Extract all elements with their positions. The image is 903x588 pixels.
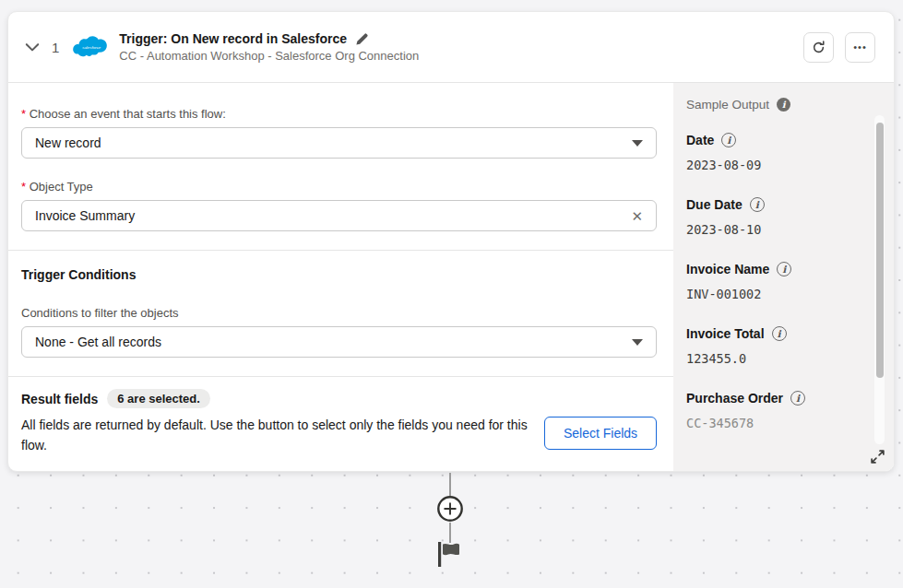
- sample-output-panel: Sample Output i Date i 2023-08-09: [673, 83, 894, 471]
- scrollbar-thumb[interactable]: [876, 123, 884, 378]
- field-label: Purchase Order: [686, 391, 783, 406]
- field-value: 2023-08-09: [686, 158, 881, 172]
- salesforce-logo: salesforce: [72, 34, 109, 60]
- ellipsis-icon: •••: [853, 42, 867, 53]
- result-fields-label: Result fields: [21, 392, 98, 406]
- sample-output-field: Purchase Order i CC-345678: [686, 391, 881, 430]
- chevron-down-icon[interactable]: [24, 39, 41, 55]
- info-icon[interactable]: i: [777, 98, 790, 112]
- refresh-button[interactable]: [803, 32, 834, 63]
- step-number: 1: [52, 40, 59, 55]
- field-label: Due Date: [686, 197, 743, 212]
- sample-output-field: Date i 2023-08-09: [686, 133, 881, 172]
- event-label: Choose an event that starts this flow:: [21, 107, 657, 121]
- event-select[interactable]: New record: [21, 127, 657, 159]
- trigger-form: Choose an event that starts this flow: N…: [8, 83, 673, 471]
- end-of-flow-marker: [438, 542, 462, 568]
- scrollbar-track[interactable]: [874, 115, 885, 444]
- conditions-select[interactable]: None - Get all records: [21, 326, 657, 358]
- selected-count-badge: 6 are selected.: [107, 389, 210, 408]
- result-fields-row: Result fields 6 are selected.: [21, 389, 657, 408]
- connector-line: [449, 473, 451, 496]
- chevron-down-icon: [632, 140, 643, 147]
- step-header: 1 salesforce Trigger: On New record in S…: [8, 12, 894, 83]
- event-select-value: New record: [35, 135, 101, 150]
- step-body: Choose an event that starts this flow: N…: [8, 83, 894, 471]
- chevron-down-icon: [632, 339, 643, 346]
- pencil-icon[interactable]: [355, 32, 369, 46]
- add-step-button[interactable]: [436, 495, 464, 523]
- field-value: CC-345678: [686, 416, 881, 430]
- info-icon[interactable]: i: [721, 133, 736, 147]
- plus-icon: [436, 495, 464, 523]
- x-icon[interactable]: ✕: [631, 209, 643, 223]
- more-options-button[interactable]: •••: [845, 32, 875, 63]
- field-value: 2023-08-10: [686, 222, 881, 237]
- object-type-value: Invoice Summary: [35, 208, 135, 223]
- connector-line: [449, 523, 451, 543]
- refresh-icon: [812, 41, 826, 54]
- info-icon[interactable]: i: [790, 391, 805, 406]
- trigger-step-card: 1 salesforce Trigger: On New record in S…: [7, 11, 895, 472]
- trigger-conditions-heading: Trigger Conditions: [21, 267, 657, 282]
- sample-output-field: Due Date i 2023-08-10: [686, 197, 881, 237]
- step-title: Trigger: On New record in Salesforce: [119, 31, 347, 46]
- select-fields-button[interactable]: Select Fields: [544, 417, 657, 450]
- conditions-select-value: None - Get all records: [35, 335, 161, 349]
- divider: [8, 376, 673, 377]
- field-value: 123455.0: [686, 351, 881, 366]
- info-icon[interactable]: i: [777, 262, 791, 276]
- step-subtitle: CC - Automation Workshop - Salesforce Or…: [119, 49, 419, 63]
- divider: [8, 250, 673, 251]
- header-actions: •••: [803, 32, 875, 63]
- conditions-label: Conditions to filter the objects: [21, 306, 657, 320]
- step-title-block: Trigger: On New record in Salesforce CC …: [119, 31, 419, 63]
- object-type-label: Object Type: [21, 180, 657, 194]
- field-value: INV-001002: [686, 287, 881, 301]
- flag-icon: [438, 542, 462, 568]
- info-icon[interactable]: i: [772, 326, 787, 341]
- sample-output-title: Sample Output: [686, 98, 769, 112]
- field-label: Date: [686, 133, 714, 147]
- result-fields-description: All fields are returned by default. Use …: [21, 415, 544, 456]
- result-fields-description-row: All fields are returned by default. Use …: [21, 415, 657, 456]
- field-label: Invoice Total: [686, 326, 765, 341]
- svg-text:salesforce: salesforce: [83, 45, 101, 50]
- expand-icon[interactable]: [870, 449, 885, 465]
- field-label: Invoice Name: [686, 262, 769, 276]
- sample-output-field: Invoice Name i INV-001002: [686, 262, 881, 301]
- info-icon[interactable]: i: [750, 197, 765, 212]
- object-type-input[interactable]: Invoice Summary ✕: [21, 200, 657, 231]
- sample-output-fields: Date i 2023-08-09 Due Date i 2023-08-10: [686, 133, 881, 430]
- sample-output-field: Invoice Total i 123455.0: [686, 326, 881, 366]
- flow-canvas[interactable]: 1 salesforce Trigger: On New record in S…: [0, 0, 903, 588]
- sample-output-header: Sample Output i: [686, 98, 881, 112]
